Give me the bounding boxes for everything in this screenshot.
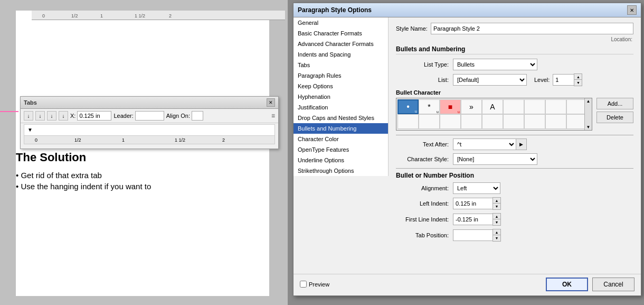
list-select[interactable]: [Default] — [453, 74, 527, 86]
section-heading: Bullets and Numbering — [396, 45, 633, 54]
char-style-label: Character Style: — [396, 156, 449, 162]
level-increment-btn[interactable]: ▲ — [574, 74, 582, 80]
list-type-select[interactable]: Bullets Numbers None — [453, 59, 537, 70]
level-input[interactable] — [553, 74, 574, 86]
category-list: GeneralBasic Character FormatsAdvanced C… — [293, 17, 389, 176]
level-spinner-btns: ▲ ▼ — [574, 73, 582, 86]
level-label: Level: — [534, 77, 550, 83]
bullet-cell-r2-8[interactable] — [545, 114, 566, 129]
bullet-cell-r2-3[interactable] — [440, 114, 461, 129]
bullet-cell-r2-7[interactable] — [524, 114, 545, 129]
level-decrement-btn[interactable]: ▼ — [574, 80, 582, 86]
preview-checkbox-group: Preview — [300, 281, 329, 288]
bullet-cell-6[interactable] — [503, 99, 524, 114]
category-item-drop-caps[interactable]: Drop Caps and Nested Styles — [293, 113, 388, 123]
bullet-scroll-up[interactable]: ▲ — [586, 99, 591, 104]
left-indent-decrement-btn[interactable]: ▼ — [493, 204, 500, 209]
bullet-cell-r2-4[interactable] — [461, 114, 482, 129]
divider-2 — [396, 168, 633, 169]
leader-input[interactable] — [135, 111, 164, 121]
tabs-ruler-area[interactable]: ▼ 0 1/2 1 1 1/2 2 — [24, 124, 275, 144]
preview-label: Preview — [309, 281, 329, 288]
alignment-select[interactable]: Left Center Right — [453, 182, 500, 194]
bullet-cell-dot[interactable]: • u — [397, 99, 419, 114]
category-item-strikethrough[interactable]: Strikethrough Options — [293, 165, 388, 176]
add-button[interactable]: Add... — [596, 98, 633, 109]
position-heading: Bullet or Number Position — [396, 172, 633, 179]
tab-right-btn[interactable]: ↓ — [47, 111, 56, 121]
x-label: X: — [70, 113, 75, 119]
bullet-cell-asterisk[interactable]: * u — [419, 99, 440, 114]
category-item-char-color[interactable]: Character Color — [293, 134, 388, 144]
tab-position-input[interactable] — [453, 229, 493, 241]
delete-button[interactable]: Delete — [596, 112, 633, 123]
text-after-label: Text After: — [396, 141, 449, 147]
bullet-scroll-down[interactable]: ▼ — [586, 125, 591, 130]
pso-close-button[interactable]: ✕ — [627, 5, 637, 15]
category-item-indents[interactable]: Indents and Spacing — [293, 49, 388, 60]
tab-position-spinner-btns: ▲ ▼ — [493, 229, 501, 242]
bullet-cell-7[interactable] — [524, 99, 545, 114]
first-line-indent-row: First Line Indent: ▲ ▼ — [396, 213, 633, 226]
category-item-opentype[interactable]: OpenType Features — [293, 144, 388, 155]
left-indent-input[interactable] — [453, 198, 493, 209]
category-item-bullets[interactable]: Bullets and Numbering — [293, 123, 388, 134]
char-style-select[interactable]: [None] — [453, 153, 537, 165]
category-item-justification[interactable]: Justification — [293, 102, 388, 113]
char-style-row: Character Style: [None] — [396, 153, 633, 165]
leader-label: Leader: — [113, 113, 133, 119]
category-item-keep-opts[interactable]: Keep Options — [293, 81, 388, 91]
bullet-cell-r2-2[interactable] — [419, 114, 440, 129]
doc-bullet-1: • Get rid of that extra tab — [16, 171, 269, 180]
bullet-row-2 — [397, 114, 591, 129]
bullet-cell-square[interactable]: ■ u — [440, 99, 461, 114]
tab-left-btn[interactable]: ↓ — [24, 111, 33, 121]
tabs-menu-btn[interactable]: ≡ — [271, 112, 275, 119]
bullet-cell-r2-6[interactable] — [503, 114, 524, 129]
align-on-input[interactable] — [192, 111, 203, 121]
tab-position-row: Tab Position: ▲ ▼ — [396, 229, 633, 242]
cancel-button[interactable]: Cancel — [592, 278, 634, 291]
bullet-cell-A[interactable]: A — [482, 99, 503, 114]
list-level-row: List: [Default] Level: ▲ ▼ — [396, 73, 633, 86]
left-indent-increment-btn[interactable]: ▲ — [493, 198, 500, 204]
first-line-indent-decrement-btn[interactable]: ▼ — [493, 219, 500, 225]
style-name-label: Style Name: — [396, 25, 428, 32]
category-item-underline[interactable]: Underline Options — [293, 155, 388, 165]
category-item-adv-char[interactable]: Advanced Character Formats — [293, 39, 388, 49]
x-field-group: X: — [70, 111, 111, 121]
pink-margin-line — [0, 111, 18, 112]
x-input[interactable] — [77, 111, 111, 121]
text-after-arrow-btn[interactable]: ▶ — [516, 138, 527, 150]
bullet-cell-r2-1[interactable] — [397, 114, 419, 129]
category-item-hyphenation[interactable]: Hyphenation — [293, 91, 388, 102]
tab-position-decrement-btn[interactable]: ▼ — [493, 235, 500, 241]
bullet-char-heading: Bullet Character — [396, 89, 633, 96]
category-item-general[interactable]: General — [293, 17, 388, 28]
bullet-cell-r2-5[interactable] — [482, 114, 503, 129]
doc-bullet-2: • Use the hanging indent if you want to — [16, 182, 269, 191]
first-line-indent-increment-btn[interactable]: ▲ — [493, 214, 500, 219]
bullet-cell-chevron[interactable]: » — [461, 99, 482, 114]
bullet-cell-8[interactable] — [545, 99, 566, 114]
tabs-close-button[interactable]: ✕ — [267, 98, 275, 107]
category-item-para-rules[interactable]: Paragraph Rules — [293, 70, 388, 81]
first-line-indent-spinner: ▲ ▼ — [453, 213, 501, 226]
list-label: List: — [396, 77, 449, 83]
tab-center-btn[interactable]: ↓ — [35, 111, 45, 121]
paragraph-style-options-dialog: Paragraph Style Options ✕ GeneralBasic C… — [293, 3, 641, 296]
category-item-basic-char[interactable]: Basic Character Formats — [293, 28, 388, 39]
bullet-char-section: Bullet Character • u * u — [396, 89, 633, 131]
pso-titlebar: Paragraph Style Options ✕ — [293, 3, 641, 17]
tab-decimal-btn[interactable]: ↓ — [59, 111, 68, 121]
first-line-indent-input[interactable] — [453, 214, 493, 225]
level-spinner: ▲ ▼ — [553, 73, 582, 86]
text-after-select[interactable]: ^t — [453, 138, 516, 150]
tab-position-increment-btn[interactable]: ▲ — [493, 229, 500, 235]
category-item-tabs[interactable]: Tabs — [293, 60, 388, 70]
tabs-toolbar: ↓ ↓ ↓ ↓ X: Leader: Align On: ≡ — [21, 109, 278, 123]
style-name-input[interactable] — [431, 23, 633, 34]
ok-button[interactable]: OK — [546, 278, 588, 291]
preview-checkbox[interactable] — [300, 281, 307, 288]
left-indent-spinner: ▲ ▼ — [453, 197, 501, 210]
